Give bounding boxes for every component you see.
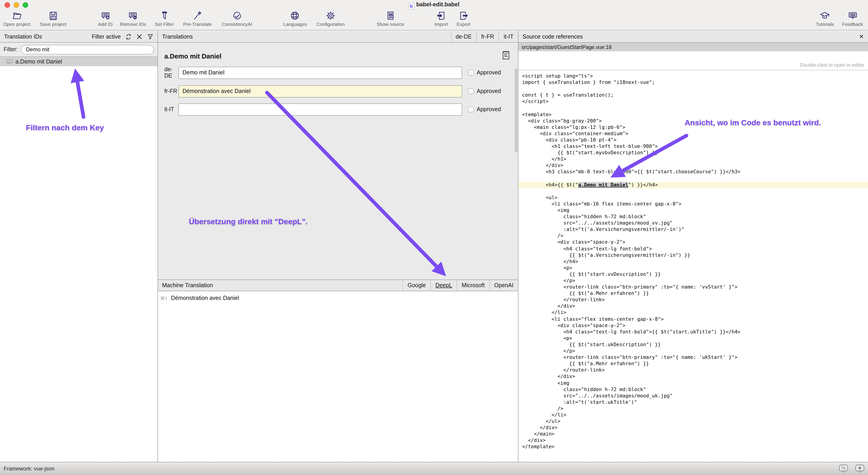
close-panel-icon[interactable]: ✕: [859, 33, 868, 40]
lang-toggle-de-DE[interactable]: de-DE: [451, 31, 476, 42]
folder-open-icon: [11, 10, 22, 21]
mt-suggestion-row[interactable]: ⌘1 Démonstration avec Daniel: [160, 295, 239, 301]
panel-title: Source code references: [519, 33, 583, 40]
lang-toggle-it-IT[interactable]: it-IT: [499, 31, 518, 42]
save-project-button[interactable]: Save project: [40, 10, 66, 27]
source-code-header: Source code references ✕: [519, 31, 868, 43]
mt-suggestion-text: Démonstration avec Daniel: [171, 295, 239, 301]
mt-tab-microsoft[interactable]: Microsoft: [457, 280, 489, 291]
shortcut-badge: ⌘1: [160, 296, 167, 301]
graduation-cap-icon: [820, 10, 830, 21]
floppy-disk-icon: [48, 10, 58, 21]
tutorials-button[interactable]: Tutorials: [816, 10, 834, 27]
tool-label: Set Filter: [155, 21, 174, 27]
code-listing[interactable]: <script setup lang="ts">import { useTran…: [519, 70, 868, 462]
tool-label: Configuration: [316, 21, 345, 27]
import-icon: [436, 10, 446, 21]
feedback-bubble-icon: [847, 10, 858, 21]
titlebar: bbabel-edit.babel: [0, 0, 868, 10]
chat-star-icon[interactable]: [855, 465, 864, 473]
translation-input-it-IT[interactable]: [178, 103, 462, 115]
machine-translation-header: Machine Translation Google DeepL Microso…: [158, 279, 518, 291]
pre-translate-button[interactable]: Pre-Translate: [183, 10, 212, 27]
show-source-button[interactable]: Show source: [377, 10, 404, 27]
clear-filter-icon[interactable]: [136, 33, 143, 40]
mt-tab-deepl[interactable]: DeepL: [430, 280, 457, 291]
mt-provider-tabs: Google DeepL Microsoft OpenAI: [403, 280, 518, 291]
translation-ids-header: Translation IDs Filter active: [0, 31, 158, 43]
approved-checkbox-it-IT[interactable]: [468, 106, 474, 112]
consistency-ai-button[interactable]: ConsistencyAI: [222, 10, 252, 27]
tool-label: Feedback: [842, 21, 863, 27]
funnel-icon: [159, 10, 169, 21]
translation-input-de-DE[interactable]: [178, 66, 462, 79]
lang-label: fr-FR: [158, 88, 178, 94]
tool-label: Save project: [40, 21, 66, 27]
translation-ids-panel: Translation IDs Filter active Filter: a.…: [0, 31, 158, 462]
filter-funnel-icon[interactable]: [147, 33, 153, 40]
translation-id-item[interactable]: a.Demo mit Daniel: [0, 57, 158, 66]
lang-label: it-IT: [158, 106, 178, 112]
translations-body: a.Demo mit Daniel de-DE Approved fr-FR A…: [158, 43, 518, 279]
window-title: bbabel-edit.babel: [0, 1, 868, 9]
open-project-button[interactable]: Open project: [3, 10, 30, 27]
file-reference: src/pages/start/GuestStartPage.vue:18: [522, 44, 612, 50]
languages-button[interactable]: Languages: [283, 10, 307, 27]
document-icon: b: [409, 3, 414, 9]
translation-id-list: a.Demo mit Daniel: [0, 57, 158, 66]
mt-tab-google[interactable]: Google: [403, 280, 431, 291]
translations-panel: Translations de-DE fr-FR it-IT a.Demo mi…: [158, 31, 519, 462]
machine-translation-body: ⌘1 Démonstration avec Daniel: [158, 291, 518, 462]
gear-icon: [325, 10, 336, 21]
lang-toggle-fr-FR[interactable]: fr-FR: [476, 31, 499, 42]
chat-wave-icon[interactable]: [839, 465, 848, 473]
tool-label: Import: [434, 21, 448, 27]
remove-ids-button[interactable]: Remove IDs: [120, 10, 146, 27]
tool-label: Show source: [377, 21, 404, 27]
add-id-button[interactable]: Add ID: [98, 10, 113, 27]
import-button[interactable]: Import: [434, 10, 448, 27]
main-area: Translation IDs Filter active Filter: a.…: [0, 31, 868, 462]
translation-input-fr-FR[interactable]: [178, 85, 462, 97]
filter-input[interactable]: [21, 45, 154, 54]
source-code-panel: Source code references ✕ src/pages/start…: [519, 31, 868, 462]
hint-row: Double-click to open in editor: [519, 51, 868, 70]
set-filter-button[interactable]: Set Filter: [155, 10, 174, 27]
mt-tab-openai[interactable]: OpenAI: [489, 280, 518, 291]
export-button[interactable]: Export: [457, 10, 470, 27]
notes-icon[interactable]: [502, 51, 509, 60]
window-chrome: bbabel-edit.babel Open project Save proj…: [0, 0, 868, 30]
approved-label: Approved: [477, 88, 501, 94]
translation-row-de-DE: de-DE Approved: [158, 66, 518, 79]
panel-title: Translation IDs: [0, 33, 42, 40]
language-toggle-group: de-DE fr-FR it-IT: [451, 31, 518, 42]
tool-label: Tutorials: [816, 21, 834, 27]
source-eye-icon: [385, 10, 396, 21]
filter-label: Filter:: [4, 46, 18, 53]
toolbar: Open project Save project Add ID Remove …: [0, 10, 868, 30]
magic-wand-icon: [192, 10, 203, 21]
remove-ids-icon: [128, 10, 138, 21]
tool-label: Pre-Translate: [183, 21, 212, 27]
translation-row-it-IT: it-IT Approved: [158, 103, 518, 116]
file-reference-row[interactable]: src/pages/start/GuestStartPage.vue:18: [519, 43, 868, 51]
export-icon: [458, 10, 469, 21]
panel-title: Machine Translation: [158, 282, 213, 289]
approved-checkbox-fr-FR[interactable]: [468, 88, 474, 94]
filter-row: Filter:: [0, 43, 158, 57]
configuration-button[interactable]: Configuration: [316, 10, 345, 27]
tool-label: ConsistencyAI: [222, 21, 252, 27]
comment-icon: [6, 59, 13, 64]
translations-header: Translations de-DE fr-FR it-IT: [158, 31, 518, 43]
approved-checkbox-de-DE[interactable]: [468, 70, 474, 75]
approved-label: Approved: [477, 69, 501, 76]
tool-label: Add ID: [98, 21, 113, 27]
babeledit-window: bbabel-edit.babel Open project Save proj…: [0, 0, 868, 475]
globe-icon: [290, 10, 300, 21]
feedback-button[interactable]: Feedback: [842, 10, 863, 27]
refresh-icon[interactable]: [125, 33, 132, 40]
tool-label: Open project: [3, 21, 30, 27]
status-bar: Framework: vue-json: [0, 462, 868, 475]
translation-row-fr-FR: fr-FR Approved: [158, 85, 518, 98]
translations-scrollbar[interactable]: [515, 43, 518, 277]
